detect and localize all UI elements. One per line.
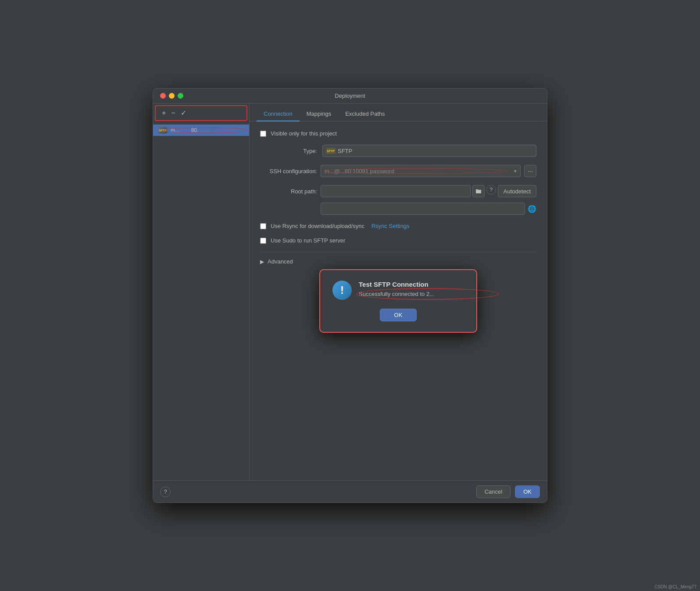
tab-bar: Connection Mappings Excluded Paths [250,103,547,121]
remove-server-button[interactable]: − [168,109,178,117]
add-server-button[interactable]: + [159,109,168,117]
modal-info-icon: ! [332,281,352,300]
server-item-label: m... 80. [171,127,198,133]
tab-connection[interactable]: Connection [257,107,300,121]
bottom-bar: ? Cancel OK [153,481,547,502]
tab-mappings[interactable]: Mappings [300,107,338,121]
window-body: + − ✓ SFTP m... 80. [153,103,547,481]
deployment-window: Deployment + − ✓ SFTP m... 80. [153,88,547,503]
cancel-button[interactable]: Cancel [476,485,511,498]
modal-message-wrapper: Successfully connected to 2... [359,291,464,297]
tab-excluded-paths[interactable]: Excluded Paths [338,107,392,121]
confirm-button[interactable]: ✓ [178,109,189,117]
server-list-item[interactable]: SFTP m... 80. [153,125,249,136]
tab-content-connection: Visible only for this project Type: SFTP… [250,121,547,481]
modal-overlay: ! Test SFTP Connection Successfully conn… [250,121,547,481]
modal-footer: OK [332,309,464,321]
traffic-lights [160,93,183,99]
sftp-icon: SFTP [158,127,167,134]
close-button[interactable] [160,93,166,99]
modal-title: Test SFTP Connection [359,281,464,288]
modal-message: Successfully connected to 2... [359,291,434,297]
test-connection-modal: ! Test SFTP Connection Successfully conn… [319,269,477,333]
ok-button[interactable]: OK [515,485,540,498]
help-button[interactable]: ? [160,487,171,497]
main-content: Connection Mappings Excluded Paths Visib… [250,103,547,481]
window-title: Deployment [335,93,365,99]
modal-content: ! Test SFTP Connection Successfully conn… [332,281,464,300]
minimize-button[interactable] [169,93,175,99]
sidebar-toolbar: + − ✓ [155,105,247,121]
modal-text: Test SFTP Connection Successfully connec… [359,281,464,297]
sidebar: + − ✓ SFTP m... 80. [153,103,250,481]
modal-ok-button[interactable]: OK [380,309,417,321]
title-bar: Deployment [153,89,547,103]
server-list: SFTP m... 80. [153,123,249,481]
maximize-button[interactable] [178,93,183,99]
bottom-buttons: Cancel OK [476,485,540,498]
